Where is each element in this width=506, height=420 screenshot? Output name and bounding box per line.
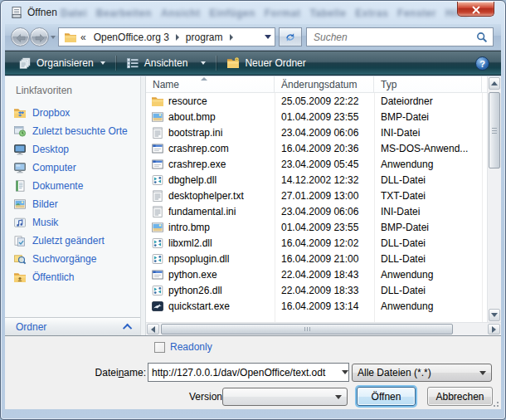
refresh-button[interactable] <box>279 27 302 46</box>
sidebar-item[interactable]: Desktop <box>5 140 140 159</box>
window-title: Öffnen <box>27 7 57 18</box>
sidebar-item[interactable]: Suchvorgänge <box>5 250 140 268</box>
file-row[interactable]: python26.dll 22.04.2009 18:33 DLL-Datei <box>146 282 501 298</box>
column-header-type[interactable]: Typ <box>374 76 482 92</box>
back-button[interactable] <box>11 27 30 46</box>
sidebar-item[interactable]: Öffentlich <box>5 268 140 286</box>
horizontal-scrollbar[interactable] <box>146 322 501 335</box>
sidebar-item[interactable]: Zuletzt geändert <box>5 232 140 250</box>
organize-label: Organisieren <box>36 57 94 69</box>
help-button[interactable]: ? <box>475 56 489 71</box>
file-date: 23.04.2009 05:45 <box>275 159 374 170</box>
resize-grip[interactable] <box>491 399 499 408</box>
readonly-option[interactable]: Readonly <box>154 341 212 353</box>
new-folder-button[interactable]: Neuer Ordner <box>220 54 312 72</box>
views-label: Ansichten <box>144 57 188 69</box>
file-name: npsoplugin.dll <box>168 253 229 265</box>
file-type: Anwendung <box>374 159 482 170</box>
breadcrumb-segment[interactable]: program <box>182 32 227 43</box>
chevron-right-icon[interactable] <box>230 34 233 41</box>
chevron-down-icon <box>100 61 105 65</box>
file-row[interactable]: npsoplugin.dll 16.04.2009 21:00 DLL-Date… <box>146 251 501 266</box>
column-header-date[interactable]: Änderungsdatum <box>275 76 374 92</box>
filename-input[interactable] <box>148 367 333 378</box>
open-file-icon <box>10 6 23 19</box>
sidebar-item[interactable]: Bilder <box>5 195 140 213</box>
sidebar-item[interactable]: Dokumente <box>5 177 140 195</box>
scroll-right-button[interactable] <box>488 324 500 335</box>
file-type: Dateiordner <box>374 95 482 107</box>
organize-button[interactable]: Organisieren <box>12 54 112 72</box>
file-type: DLL-Datei <box>374 253 482 265</box>
file-row[interactable]: crashrep.exe 23.04.2009 05:45 Anwendung <box>146 156 501 172</box>
breadcrumb-overflow[interactable]: « <box>80 32 86 43</box>
file-row[interactable]: resource 25.05.2009 22:22 Dateiordner <box>146 93 501 109</box>
question-mark-icon: ? <box>479 59 485 69</box>
file-date: 01.04.2009 23:55 <box>275 222 374 233</box>
file-date: 16.04.2009 12:02 <box>275 237 374 249</box>
close-button[interactable] <box>457 2 494 17</box>
horizontal-scroll-thumb[interactable] <box>161 324 453 335</box>
organize-layers-icon <box>18 56 32 70</box>
folder-icon <box>151 95 164 108</box>
file-type: DLL-Datei <box>374 285 482 296</box>
titlebar[interactable]: Öffnen DateiBearbeitenAnsichtEinfügenFor… <box>1 1 505 24</box>
combo-dropdown-button[interactable] <box>333 364 348 381</box>
file-row[interactable]: fundamental.ini 23.04.2009 06:06 INI-Dat… <box>146 203 501 219</box>
file-row[interactable]: desktophelper.txt 27.01.2009 13:00 TXT-D… <box>146 188 501 203</box>
breadcrumb-dropdown-icon[interactable] <box>265 35 271 39</box>
file-date: 25.05.2009 22:22 <box>275 95 374 107</box>
sort-ascending-icon <box>201 77 207 81</box>
forward-button[interactable] <box>30 27 49 46</box>
search-input[interactable] <box>312 31 476 44</box>
filetype-dropdown[interactable]: Alle Dateien (*.*) <box>352 364 492 382</box>
chevron-right-icon[interactable] <box>176 34 179 41</box>
column-header-name[interactable]: Name <box>146 76 275 92</box>
dll-icon <box>151 284 164 297</box>
file-row[interactable]: crashrep.com 16.04.2009 20:36 MS-DOS-Anw… <box>146 140 501 156</box>
file-date: 01.04.2009 23:55 <box>275 111 374 123</box>
breadcrumb[interactable]: « OpenOffice.org 3 program <box>58 27 275 46</box>
file-row[interactable]: bootstrap.ini 23.04.2009 06:06 INI-Datei <box>146 125 501 140</box>
views-button[interactable]: Ansichten <box>119 54 213 72</box>
computer-icon <box>13 161 27 174</box>
desktop-icon <box>13 143 27 156</box>
scroll-up-button[interactable] <box>489 77 500 90</box>
sidebar-item[interactable]: Musik <box>5 213 140 232</box>
sidebar-item[interactable]: Zuletzt besuchte Orte <box>5 122 140 140</box>
text-icon <box>151 126 164 139</box>
readonly-checkbox[interactable] <box>154 342 165 353</box>
cancel-button[interactable]: Abbrechen <box>427 387 493 406</box>
text-icon <box>151 205 164 218</box>
vertical-scrollbar[interactable] <box>487 76 501 322</box>
file-row[interactable]: quickstart.exe 16.04.2009 13:14 Anwendun… <box>146 298 501 314</box>
file-name: libxml2.dll <box>168 237 212 249</box>
folders-expander-bar[interactable]: Ordner <box>5 317 140 335</box>
filename-combobox[interactable] <box>148 363 349 382</box>
sidebar-item[interactable]: Dropbox <box>5 104 140 122</box>
file-date: 22.04.2009 18:33 <box>275 285 374 296</box>
history-dropdown-icon[interactable] <box>51 36 56 39</box>
scroll-left-button[interactable] <box>147 324 159 335</box>
quickstart-icon <box>151 300 164 313</box>
scroll-down-button[interactable] <box>489 309 500 321</box>
file-row[interactable]: libxml2.dll 16.04.2009 12:02 DLL-Datei <box>146 235 501 251</box>
file-row[interactable]: dbghelp.dll 14.12.2002 12:32 DLL-Datei <box>146 172 501 188</box>
version-dropdown[interactable] <box>222 388 348 406</box>
file-date: 16.04.2009 13:14 <box>275 300 374 312</box>
sidebar-item[interactable]: Computer <box>5 159 140 177</box>
dll-icon <box>151 173 164 187</box>
file-name: crashrep.com <box>168 143 229 154</box>
open-button[interactable]: Öffnen <box>357 387 416 406</box>
folder-icon <box>64 31 77 44</box>
vertical-scroll-thumb[interactable] <box>489 92 500 168</box>
thumb-grip <box>307 327 308 331</box>
readonly-label: Readonly <box>170 341 212 353</box>
file-row[interactable]: intro.bmp 01.04.2009 23:55 BMP-Datei <box>146 219 501 235</box>
breadcrumb-segment[interactable]: OpenOffice.org 3 <box>90 32 173 43</box>
file-row[interactable]: about.bmp 01.04.2009 23:55 BMP-Datei <box>146 109 501 125</box>
forward-arrow-icon <box>35 33 45 42</box>
search-box[interactable] <box>306 27 494 46</box>
file-row[interactable]: python.exe 22.04.2009 18:43 Anwendung <box>146 266 501 282</box>
views-grid-icon <box>126 56 139 70</box>
